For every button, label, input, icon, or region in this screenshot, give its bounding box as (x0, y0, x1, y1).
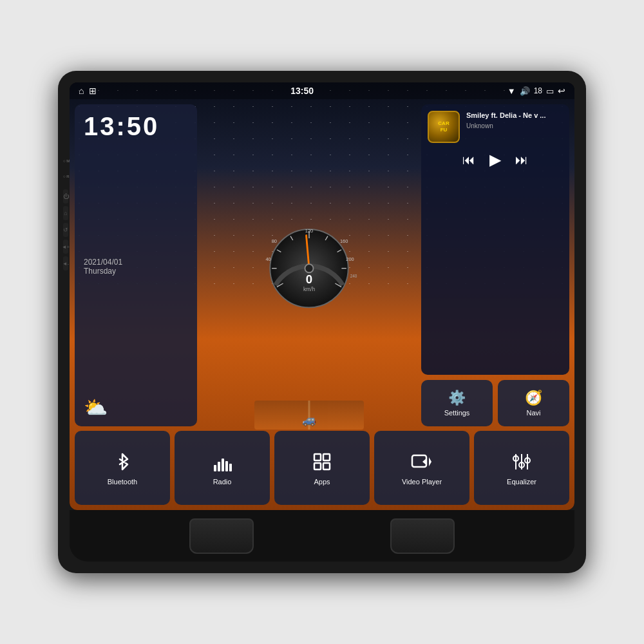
music-title: Smiley ft. Delia - Ne v ... (466, 111, 546, 120)
clock-day: Thursday (84, 267, 188, 276)
svg-text:0: 0 (306, 272, 312, 286)
settings-icon: ⚙️ (448, 390, 466, 406)
music-artist: Unknown (466, 122, 546, 129)
home-btn[interactable]: ⌂ (63, 206, 68, 220)
status-right: ▼ 🔊 18 ▭ ↩ (507, 86, 565, 96)
speedometer-widget: 40 80 120 160 200 240 0 km/h 🚙 (202, 104, 416, 426)
right-section: CARFU Smiley ft. Delia - Ne v ... Unknow… (421, 104, 569, 426)
android-home: ⌂ ⊞ 13:50 ▼ 🔊 18 ▭ ↩ 13:50 2021/04/01 Th… (70, 82, 574, 510)
navi-icon: 🧭 (525, 390, 542, 406)
music-top: CARFU Smiley ft. Delia - Ne v ... Unknow… (428, 111, 563, 143)
apps-label: Apps (314, 478, 330, 486)
svg-rect-26 (323, 454, 330, 460)
svg-rect-27 (314, 463, 321, 469)
content-area: 13:50 2021/04/01 Thursday ⛅ (70, 99, 574, 510)
bluetooth-label: Bluetooth (108, 478, 137, 486)
clock-widget: 13:50 2021/04/01 Thursday ⛅ (75, 104, 197, 426)
vol-down-btn[interactable]: ◄- (63, 256, 68, 270)
car-unit: ○ MIC ○ RST ⏻ ⌂ ↺ ◄+ ◄- ⌂ ⊞ 13:50 ▼ 🔊 18… (58, 71, 586, 573)
music-widget: CARFU Smiley ft. Delia - Ne v ... Unknow… (421, 104, 569, 375)
wifi-icon: ▼ (507, 86, 516, 96)
clock-date: 2021/04/01 (84, 258, 188, 267)
settings-label: Settings (444, 409, 470, 417)
svg-rect-20 (214, 465, 216, 471)
battery-icon: ▭ (546, 86, 554, 96)
svg-rect-25 (314, 454, 321, 460)
status-bar: ⌂ ⊞ 13:50 ▼ 🔊 18 ▭ ↩ (70, 82, 574, 99)
mount-left (189, 518, 254, 554)
screen: ⌂ ⊞ 13:50 ▼ 🔊 18 ▭ ↩ 13:50 2021/04/01 Th… (70, 82, 574, 510)
back-icon[interactable]: ↩ (558, 86, 565, 96)
menu-icon[interactable]: ⊞ (89, 86, 97, 96)
music-controls: ⏮ ▶ ⏭ (428, 151, 563, 169)
bottom-bracket (70, 510, 574, 562)
radio-button[interactable]: Radio (175, 431, 270, 505)
clock-time: 13:50 (84, 112, 188, 141)
svg-rect-22 (222, 459, 224, 471)
shortcuts: ⚙️ Settings 🧭 Navi (421, 380, 569, 426)
vol-up-btn[interactable]: ◄+ (63, 240, 68, 254)
video-icon (410, 451, 433, 473)
top-widgets: 13:50 2021/04/01 Thursday ⛅ (75, 104, 569, 426)
volume-icon: 🔊 (520, 86, 530, 96)
svg-rect-23 (225, 461, 228, 471)
svg-text:km/h: km/h (303, 286, 315, 292)
apps-button[interactable]: Apps (274, 431, 370, 505)
back-btn[interactable]: ↺ (63, 223, 68, 237)
apps-icon (311, 451, 333, 473)
svg-rect-28 (323, 463, 330, 469)
video-label: Video Player (402, 478, 442, 486)
next-button[interactable]: ⏭ (515, 153, 528, 167)
bluetooth-button[interactable]: Bluetooth (75, 431, 170, 505)
video-button[interactable]: Video Player (374, 431, 469, 505)
status-nav-icons: ⌂ ⊞ (79, 86, 97, 96)
svg-marker-31 (422, 458, 427, 466)
battery-num: 18 (534, 86, 542, 95)
play-button[interactable]: ▶ (489, 151, 501, 169)
apps-row: Bluetooth Radio (75, 431, 569, 505)
bluetooth-icon (111, 451, 133, 473)
svg-text:40: 40 (265, 256, 270, 262)
navi-label: Navi (526, 409, 540, 417)
power-btn[interactable]: ⏻ (63, 189, 68, 204)
svg-text:160: 160 (340, 238, 348, 244)
mount-right (390, 518, 455, 554)
svg-point-17 (305, 264, 313, 272)
music-info: Smiley ft. Delia - Ne v ... Unknown (466, 111, 546, 129)
radio-label: Radio (213, 478, 232, 486)
weather: ⛅ (84, 396, 188, 419)
prev-button[interactable]: ⏮ (462, 153, 475, 167)
album-art: CARFU (428, 111, 460, 143)
road-scene: 🚙 (254, 401, 364, 430)
home-icon[interactable]: ⌂ (79, 86, 84, 96)
svg-marker-30 (429, 457, 431, 466)
speedometer-svg: 40 80 120 160 200 240 0 km/h (254, 220, 364, 310)
radio-icon (211, 451, 233, 473)
svg-rect-24 (229, 464, 232, 471)
equalizer-icon (511, 451, 533, 473)
svg-text:240: 240 (350, 274, 357, 278)
svg-text:200: 200 (346, 256, 354, 262)
svg-text:120: 120 (305, 228, 313, 234)
status-time: 13:50 (290, 86, 314, 96)
navi-widget[interactable]: 🧭 Navi (498, 380, 569, 426)
svg-rect-21 (218, 462, 220, 471)
equalizer-button[interactable]: Equalizer (474, 431, 569, 505)
cloud-sun-icon: ⛅ (84, 396, 108, 419)
equalizer-label: Equalizer (507, 478, 536, 486)
svg-text:80: 80 (272, 238, 277, 244)
settings-widget[interactable]: ⚙️ Settings (421, 380, 493, 426)
